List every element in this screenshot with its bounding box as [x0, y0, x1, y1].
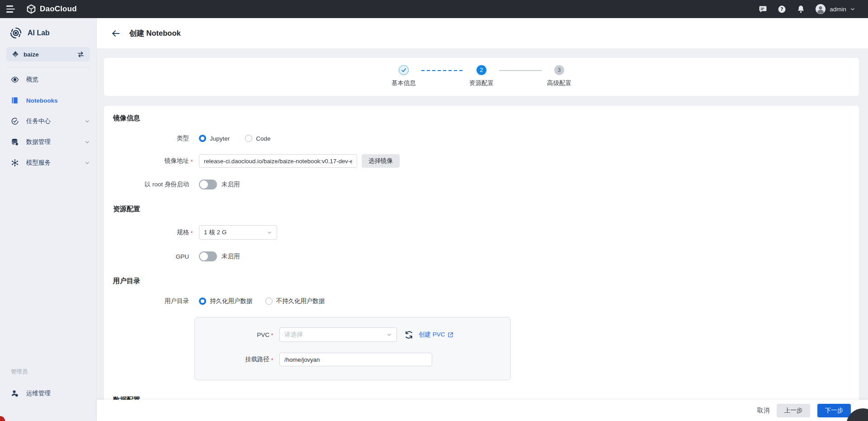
workspace-selector[interactable]: baize	[6, 47, 90, 61]
type-label: 类型	[113, 134, 189, 142]
page-header: 创建 Notebook	[97, 18, 868, 48]
root-toggle[interactable]	[199, 180, 217, 189]
eye-icon	[11, 76, 19, 84]
step-label: 基本信息	[392, 79, 416, 87]
scroll-area[interactable]: 基本信息 2 资源配置 3 高级配置 镜像信息 类型 *	[97, 48, 868, 400]
radio-no-persist-label[interactable]: 不持久化用户数据	[276, 297, 325, 305]
svg-text:?: ?	[780, 6, 783, 12]
run-as-root-label: 以 root 身份启动	[113, 180, 189, 189]
workspace-name: baize	[24, 51, 39, 58]
sidebar-item-model-services[interactable]: 模型服务	[0, 152, 96, 173]
previous-step-button[interactable]: 上一步	[777, 404, 810, 417]
workspace-diamond-icon	[12, 51, 19, 58]
user-directory-row: 用户目录 * 持久化用户数据 不持久化用户数据	[113, 297, 850, 305]
notification-bell-icon[interactable]	[796, 5, 805, 14]
image-address-input[interactable]	[199, 154, 357, 168]
type-row: 类型 * Jupyter Code	[113, 134, 850, 142]
sidebar-divider	[6, 67, 90, 67]
required-star: *	[269, 357, 275, 364]
step-number: 3	[554, 65, 564, 75]
section-title-user-directory: 用户目录	[113, 277, 850, 285]
pvc-select-placeholder: 请选择	[284, 331, 303, 339]
radio-persist-label[interactable]: 持久化用户数据	[210, 297, 253, 305]
admin-section-label: 管理员	[0, 368, 96, 376]
sidebar-item-label: 数据管理	[26, 138, 77, 146]
sidebar-item-notebooks[interactable]: Notebooks	[0, 90, 96, 111]
chevron-down-icon	[85, 139, 90, 145]
product-header: AI Lab	[0, 18, 96, 47]
refresh-pvc-icon[interactable]	[404, 330, 413, 339]
radio-jupyter-label[interactable]: Jupyter	[210, 135, 230, 142]
cancel-button[interactable]: 取消	[757, 407, 769, 415]
radio-code[interactable]	[245, 135, 252, 142]
gpu-toggle-status: 未启用	[222, 252, 240, 260]
mount-path-input[interactable]	[279, 353, 432, 366]
brand-name: DaoCloud	[40, 5, 77, 14]
chevron-down-icon	[387, 332, 392, 337]
help-icon[interactable]: ?	[777, 5, 786, 14]
sidebar-item-data-management[interactable]: 数据管理	[0, 132, 96, 152]
section-title-image-info: 镜像信息	[113, 114, 850, 123]
page-title: 创建 Notebook	[129, 28, 181, 38]
chevron-down-icon	[267, 230, 272, 235]
required-star: *	[189, 230, 194, 237]
step-connector	[499, 70, 542, 71]
sidebar-item-task-center[interactable]: 任务中心	[0, 111, 96, 132]
pvc-label: PVC	[195, 331, 269, 338]
task-check-circle-icon	[11, 117, 19, 125]
gpu-label: GPU	[113, 253, 189, 260]
menu-toggle-icon[interactable]	[0, 0, 18, 18]
create-pvc-link-label: 创建 PVC	[419, 331, 445, 339]
spec-select-value: 1 核 2 G	[204, 228, 226, 237]
database-gear-icon	[11, 138, 19, 146]
section-title-resource-config: 资源配置	[113, 205, 850, 213]
sidebar-item-label: 运维管理	[26, 389, 90, 397]
required-star: *	[269, 332, 275, 339]
avatar-icon	[815, 4, 826, 14]
external-link-icon	[448, 332, 453, 338]
pvc-select[interactable]: 请选择	[279, 327, 397, 342]
mount-path-row: 挂载路径 *	[195, 353, 510, 366]
ai-lab-icon	[10, 27, 22, 39]
stepper: 基本信息 2 资源配置 3 高级配置	[104, 65, 859, 87]
stepper-card: 基本信息 2 资源配置 3 高级配置	[104, 58, 859, 96]
step-basic-info: 基本信息	[390, 65, 418, 87]
radio-persist-data[interactable]	[199, 298, 206, 305]
root-toggle-status: 未启用	[222, 180, 240, 189]
username: admin	[830, 6, 846, 13]
chevron-down-icon	[850, 6, 855, 12]
user-menu[interactable]: admin	[815, 4, 855, 14]
user-directory-label: 用户目录	[113, 297, 189, 305]
image-address-row: 镜像地址 * 选择镜像	[113, 154, 850, 168]
sidebar-item-overview[interactable]: 概览	[0, 69, 96, 90]
radio-jupyter[interactable]	[199, 135, 206, 142]
step-connector	[421, 70, 464, 71]
step-label: 资源配置	[469, 79, 494, 87]
model-nodes-icon	[11, 159, 19, 167]
section-title-data-config: 数据配置	[113, 396, 850, 400]
image-address-label: 镜像地址	[113, 157, 189, 165]
chevron-down-icon	[85, 160, 90, 166]
step-advanced-config: 3 高级配置	[545, 65, 573, 87]
spec-row: 规格 * 1 核 2 G	[113, 225, 850, 240]
chevron-down-icon	[85, 118, 90, 124]
footer-action-bar: 取消 上一步 下一步	[97, 400, 868, 421]
spec-select[interactable]: 1 核 2 G	[199, 225, 277, 240]
radio-code-label[interactable]: Code	[256, 135, 270, 142]
sidebar-item-label: 模型服务	[26, 159, 77, 167]
feedback-icon[interactable]	[758, 5, 767, 14]
gpu-row: GPU * 未启用	[113, 251, 850, 261]
select-image-button[interactable]: 选择镜像	[362, 154, 400, 168]
step-resource-config: 2 资源配置	[467, 65, 495, 87]
create-pvc-link[interactable]: 创建 PVC	[419, 331, 453, 339]
sidebar-item-label: Notebooks	[26, 97, 90, 104]
spec-label: 规格	[113, 228, 189, 237]
daocloud-cube-icon	[26, 4, 36, 14]
switch-workspace-icon[interactable]	[77, 51, 85, 58]
next-step-button[interactable]: 下一步	[817, 404, 851, 417]
sidebar-item-ops-management[interactable]: 运维管理	[0, 383, 96, 404]
radio-no-persist-data[interactable]	[265, 298, 273, 305]
gpu-toggle[interactable]	[199, 251, 217, 261]
step-done-check-icon	[399, 65, 409, 75]
back-arrow-icon[interactable]	[110, 28, 121, 39]
